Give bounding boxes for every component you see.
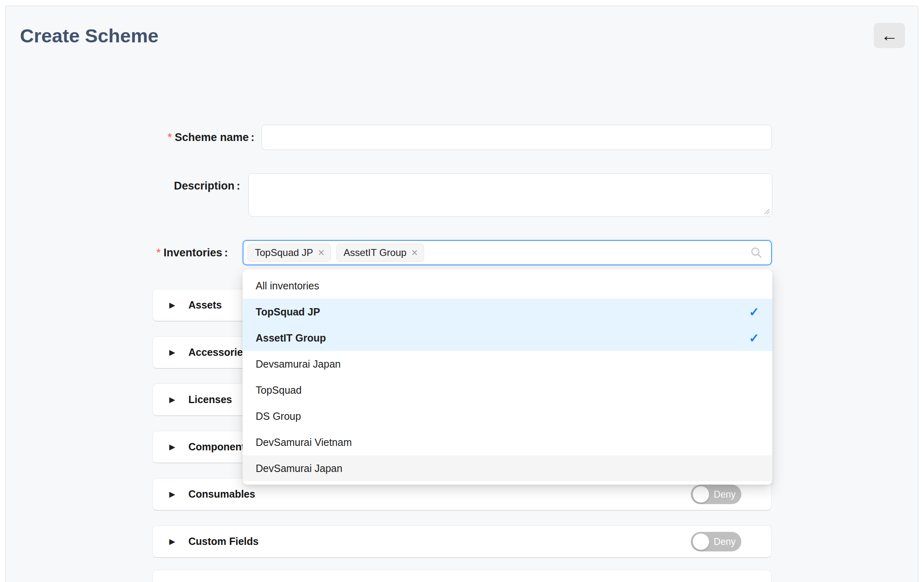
caret-right-icon: ▶ bbox=[169, 300, 178, 310]
panel-label: Custom Fields bbox=[188, 536, 259, 547]
panel-label: Licenses bbox=[188, 394, 232, 406]
check-icon: ✓ bbox=[749, 331, 759, 345]
scheme-name-label-text: Scheme name bbox=[175, 131, 249, 143]
option-label: All inventories bbox=[256, 280, 319, 292]
page-title: Create Scheme bbox=[20, 25, 159, 47]
caret-right-icon: ▶ bbox=[169, 395, 178, 404]
description-input[interactable] bbox=[248, 173, 772, 217]
dropdown-option-devsamurai-japan-1[interactable]: Devsamurai Japan bbox=[243, 351, 772, 377]
required-mark: * bbox=[156, 247, 161, 259]
panel-label: Accessories bbox=[188, 346, 248, 358]
toggle-label: Deny bbox=[714, 489, 736, 500]
option-label: TopSquad bbox=[256, 384, 302, 396]
remove-tag-icon[interactable]: × bbox=[318, 247, 325, 258]
caret-right-icon: ▶ bbox=[169, 537, 178, 546]
create-scheme-page: Create Scheme ← *Scheme name: Descriptio… bbox=[5, 6, 918, 582]
label-colon: : bbox=[237, 180, 240, 192]
description-label-text: Description bbox=[174, 180, 234, 192]
panel-label: Assets bbox=[188, 299, 222, 311]
required-mark: * bbox=[168, 131, 172, 143]
selected-tag: AssetIT Group × bbox=[336, 244, 424, 262]
description-label: Description: bbox=[6, 173, 240, 198]
deny-toggle[interactable]: Deny bbox=[691, 532, 741, 551]
toggle-knob bbox=[693, 534, 709, 550]
dropdown-option-topsquad-jp[interactable]: TopSquad JP ✓ bbox=[243, 299, 772, 325]
toggle-label: Deny bbox=[714, 536, 736, 547]
remove-tag-icon[interactable]: × bbox=[411, 247, 418, 258]
option-label: Devsamurai Japan bbox=[256, 358, 340, 370]
panel-label: Components bbox=[188, 441, 251, 453]
dropdown-option-topsquad[interactable]: TopSquad bbox=[243, 377, 772, 403]
dropdown-option-ds-group[interactable]: DS Group bbox=[243, 403, 772, 429]
dropdown-option-devsamurai-japan-2[interactable]: DevSamurai Japan bbox=[243, 455, 772, 481]
option-label: AssetIT Group bbox=[256, 332, 326, 344]
deny-toggle[interactable]: Deny bbox=[691, 485, 741, 504]
tag-label: TopSquad JP bbox=[255, 247, 313, 258]
tag-label: AssetIT Group bbox=[344, 247, 407, 258]
caret-right-icon: ▶ bbox=[169, 442, 178, 452]
inventories-dropdown: All inventories TopSquad JP ✓ AssetIT Gr… bbox=[243, 269, 772, 485]
option-label: DevSamurai Japan bbox=[256, 463, 343, 474]
panel-label: Consumables bbox=[188, 488, 255, 500]
inventories-label-text: Inventories bbox=[164, 247, 222, 259]
search-icon bbox=[750, 246, 763, 259]
option-label: DevSamurai Vietnam bbox=[256, 436, 352, 448]
caret-right-icon: ▶ bbox=[169, 489, 178, 499]
dropdown-option-all-inventories[interactable]: All inventories bbox=[243, 273, 772, 299]
panel-custom-fields[interactable]: ▶ Custom Fields Deny bbox=[153, 525, 771, 558]
dropdown-option-devsamurai-vietnam[interactable]: DevSamurai Vietnam bbox=[243, 429, 772, 455]
panel-partial[interactable] bbox=[153, 570, 771, 582]
caret-right-icon: ▶ bbox=[169, 348, 178, 357]
description-field-wrap bbox=[248, 173, 772, 217]
dropdown-option-assetit-group[interactable]: AssetIT Group ✓ bbox=[243, 325, 772, 351]
inventories-select[interactable]: TopSquad JP × AssetIT Group × bbox=[243, 240, 772, 265]
label-colon: : bbox=[251, 131, 254, 143]
inventories-label: *Inventories: bbox=[6, 240, 228, 265]
option-label: TopSquad JP bbox=[256, 306, 320, 318]
selected-tag: TopSquad JP × bbox=[248, 244, 331, 262]
toggle-knob bbox=[693, 486, 709, 503]
check-icon: ✓ bbox=[749, 305, 759, 319]
back-button[interactable]: ← bbox=[874, 23, 905, 48]
scheme-name-input[interactable] bbox=[261, 125, 772, 150]
arrow-left-icon: ← bbox=[881, 27, 898, 44]
scheme-name-label: *Scheme name: bbox=[6, 125, 254, 150]
option-label: DS Group bbox=[256, 410, 301, 422]
label-colon: : bbox=[224, 247, 228, 259]
